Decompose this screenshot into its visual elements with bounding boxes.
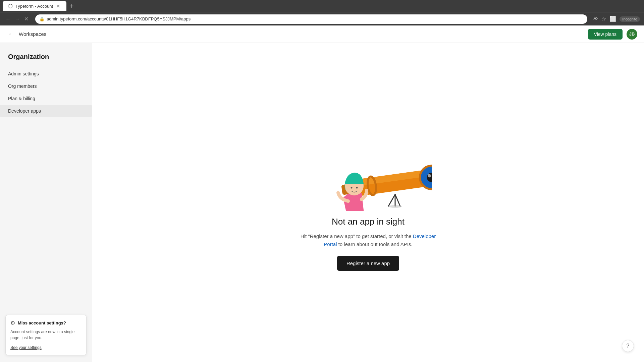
gear-icon: ⚙: [10, 320, 15, 326]
eye-slash-icon[interactable]: 👁: [593, 16, 598, 22]
address-bar-row: ← → ✕ 🔒 admin.typeform.com/accounts/01HH…: [0, 12, 644, 25]
svg-point-16: [351, 187, 352, 189]
split-view-icon[interactable]: ⬜: [609, 16, 616, 22]
see-your-settings-link[interactable]: See your settings: [10, 345, 42, 350]
tooltip-body: Account settings are now in a single pag…: [10, 329, 82, 341]
sidebar-nav: Admin settings Org members Plan & billin…: [0, 68, 92, 117]
topbar: ← Workspaces View plans JB: [0, 25, 644, 43]
view-plans-button[interactable]: View plans: [588, 29, 623, 40]
lock-icon: 🔒: [39, 16, 45, 21]
reload-button[interactable]: ✕: [23, 14, 30, 23]
forward-button[interactable]: →: [13, 15, 21, 23]
sidebar: Organization Admin settings Org members …: [0, 43, 92, 362]
svg-point-17: [356, 187, 358, 189]
workspaces-label: Workspaces: [19, 31, 46, 37]
tooltip-title: Miss account settings?: [18, 320, 66, 325]
active-tab[interactable]: Typeform - Account ✕: [3, 1, 66, 11]
account-settings-tooltip: ⚙ Miss account settings? Account setting…: [5, 315, 87, 355]
tab-close-button[interactable]: ✕: [56, 3, 61, 9]
svg-line-0: [388, 194, 395, 206]
address-bar[interactable]: 🔒 admin.typeform.com/accounts/01HHF5H1G4…: [35, 14, 587, 24]
empty-state: Not an app in sight Hit "Register a new …: [298, 134, 439, 271]
browser-icons: 👁 ☆ ⬜ Incognito: [593, 16, 640, 22]
content-area: Not an app in sight Hit "Register a new …: [92, 43, 644, 362]
tab-title: Typeform - Account: [15, 4, 53, 9]
sidebar-item-admin-settings[interactable]: Admin settings: [0, 68, 92, 80]
topbar-left: ← Workspaces: [7, 29, 46, 39]
avatar[interactable]: JB: [627, 29, 637, 40]
incognito-badge: Incognito: [620, 16, 640, 22]
telescope-illustration: [305, 134, 432, 208]
tooltip-header: ⚙ Miss account settings?: [10, 320, 82, 326]
description-suffix: to learn about out tools and APIs.: [337, 241, 413, 247]
star-icon[interactable]: ☆: [601, 16, 606, 22]
sidebar-item-label: Org members: [8, 83, 37, 89]
help-button[interactable]: ?: [622, 340, 634, 352]
sidebar-item-label: Admin settings: [8, 71, 39, 76]
description-prefix: Hit "Register a new app" to get started,…: [301, 233, 413, 239]
app-layout: ← Workspaces View plans JB Organization …: [0, 25, 644, 362]
sidebar-item-org-members[interactable]: Org members: [0, 80, 92, 92]
svg-point-3: [388, 205, 402, 208]
sidebar-item-label: Developer apps: [8, 108, 41, 114]
new-tab-button[interactable]: +: [68, 2, 76, 10]
empty-state-description: Hit "Register a new app" to get started,…: [298, 232, 439, 248]
tab-loading-spinner: [8, 4, 13, 8]
nav-arrows: ← → ✕: [4, 14, 30, 23]
sidebar-item-label: Plan & billing: [8, 96, 35, 101]
tab-bar: Typeform - Account ✕ +: [0, 0, 644, 12]
svg-line-1: [395, 194, 400, 206]
main-content: Organization Admin settings Org members …: [0, 43, 644, 362]
empty-state-title: Not an app in sight: [332, 217, 405, 227]
address-text: admin.typeform.com/accounts/01HHF5H1G4R7…: [47, 16, 191, 21]
sidebar-item-plan-billing[interactable]: Plan & billing: [0, 93, 92, 105]
register-new-app-button[interactable]: Register a new app: [337, 256, 399, 271]
back-button[interactable]: ←: [4, 15, 12, 23]
back-to-workspaces-button[interactable]: ←: [7, 29, 15, 39]
org-title: Organization: [0, 53, 92, 67]
sidebar-item-developer-apps[interactable]: Developer apps: [0, 105, 92, 117]
